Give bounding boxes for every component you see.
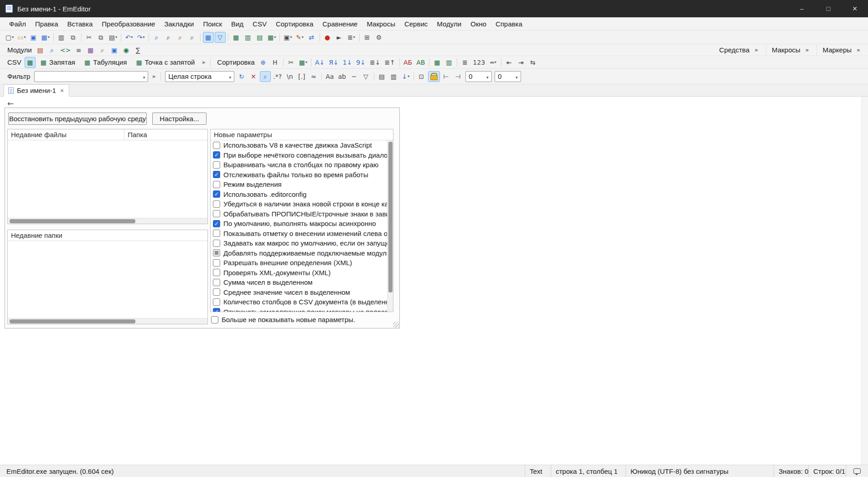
print-preview-icon[interactable]: ⧉ (68, 32, 79, 43)
filter-current-document-icon[interactable]: ▥ (388, 71, 399, 82)
checkbox[interactable] (213, 240, 220, 247)
checkbox[interactable] (213, 142, 220, 149)
delimiter-tab-button[interactable]: ▦ Табуляция (80, 57, 131, 68)
menu-item[interactable]: Сортировка (271, 18, 318, 29)
resize-grip[interactable] (393, 322, 399, 328)
restore-workspace-button[interactable]: Восстановить предыдущую рабочую среду (8, 113, 147, 125)
option-row[interactable]: Использовать .editorconfig (211, 190, 387, 200)
menu-item[interactable]: Макросы (362, 18, 400, 29)
marker-icon[interactable]: ✎ ▾ (294, 32, 305, 43)
plugin-projects-icon[interactable]: ▦ (85, 45, 96, 56)
option-row[interactable]: Использовать V8 в качестве движка JavaSc… (211, 140, 387, 150)
find-in-files-icon[interactable]: ⌕ (175, 32, 186, 43)
match-mode-select[interactable]: Целая строка (165, 71, 234, 82)
checkbox[interactable] (211, 316, 218, 323)
toolbar-group[interactable]: Макросы » (766, 44, 817, 56)
find-icon[interactable]: ⌕ (151, 32, 162, 43)
sort-text-ascending-icon[interactable]: А↓ (314, 57, 326, 68)
chevron-down-icon[interactable] (140, 72, 148, 80)
record-macro-icon[interactable]: ● (322, 32, 333, 43)
scrollbar-thumb[interactable] (388, 142, 393, 292)
scrollbar-thumb[interactable] (10, 319, 135, 323)
new-options-list[interactable]: Новые параметры Использовать V8 в качест… (210, 129, 393, 312)
menu-item[interactable]: Вставка (63, 18, 98, 29)
cut-icon[interactable]: ✂ (84, 32, 95, 43)
undo-icon[interactable]: ↶ ▾ (124, 32, 134, 43)
plugin-findbar-icon[interactable]: ⌕ (47, 45, 58, 56)
insert-row-numbers-icon[interactable]: ≣ (460, 57, 470, 68)
sort-settings-icon[interactable]: ⊕ (258, 57, 269, 68)
option-row[interactable]: Добавлять поддерживаемые подключаемые мо… (211, 248, 387, 258)
status-encoding[interactable]: Юникод (UTF-8) без сигнатуры (625, 465, 774, 477)
align-columns-icon[interactable]: ⊢ (441, 71, 452, 82)
incremental-search-icon[interactable]: ⌕ (187, 32, 198, 43)
menu-item[interactable]: Справка (491, 18, 527, 29)
csv-sort-bar-toggle-icon[interactable]: ▦ (203, 32, 214, 43)
overflow-chevron-icon[interactable]: » (854, 46, 863, 53)
filter-all-documents-icon[interactable]: ▤ (377, 71, 388, 82)
option-row[interactable]: Отслеживать файлы только во время работы (211, 170, 387, 180)
checkbox[interactable] (213, 279, 220, 286)
checkbox[interactable] (213, 259, 220, 267)
workspace-icon[interactable]: ▣ ▾ (282, 32, 293, 43)
checkbox[interactable] (213, 171, 220, 178)
open-file-icon[interactable]: ▭ ▾ (16, 32, 27, 43)
match-case-icon[interactable]: Aa (324, 71, 336, 82)
document-area[interactable]: ← Восстановить предыдущую рабочую среду … (0, 97, 868, 465)
recent-files-column-header[interactable]: Недавние файлы (8, 131, 67, 138)
compare-windows-icon[interactable]: ⊞ (362, 32, 373, 43)
compare-icon[interactable]: ⇄ (306, 32, 317, 43)
customize-button[interactable]: Настройка... (152, 113, 207, 125)
toolbar-group[interactable]: Маркеры » (816, 44, 868, 56)
option-row[interactable]: Количество столбцов в CSV документа (в в… (211, 297, 387, 307)
checkbox[interactable] (213, 269, 220, 276)
save-all-icon[interactable]: ▦ ▾ (40, 32, 51, 43)
menu-item[interactable]: Модули (432, 18, 466, 29)
csv-semicolon-icon[interactable]: ▤ (254, 32, 265, 43)
clear-filter-icon[interactable]: ✕ (248, 71, 259, 82)
delimiter-comma-button[interactable]: ▦ Запятая (36, 57, 79, 68)
status-line-count[interactable]: Строк: 0/1 (808, 465, 846, 477)
recent-files-list[interactable]: Недавние файлы Папка (7, 129, 208, 224)
overflow-chevron-icon[interactable]: » (752, 46, 760, 53)
csv-current-mode-icon[interactable]: ▦ (25, 57, 36, 68)
regex-icon[interactable]: .*? (272, 71, 284, 82)
folder-column-header[interactable]: Папка (124, 129, 147, 140)
csv-comma-icon[interactable]: ▦ (231, 32, 242, 43)
options-vscrollbar[interactable] (387, 140, 393, 312)
print-icon[interactable]: ▥ (56, 32, 67, 43)
chevron-down-icon[interactable] (513, 72, 521, 80)
checkbox[interactable] (213, 190, 220, 198)
toolbar-group[interactable]: Средства » (714, 44, 766, 56)
heading-rows-icon[interactable]: H (270, 57, 281, 68)
plugin-outline-icon[interactable]: ≡ (73, 45, 84, 56)
filter-bar-toggle-icon[interactable]: ▽ (215, 32, 226, 43)
option-row[interactable]: Обрабатывать ПРОПИСНЫЕ/строчные знаки в … (211, 209, 387, 219)
delete-duplicates-icon[interactable]: АБ (402, 57, 414, 68)
csv-options-icon[interactable]: ▦ ▾ (266, 32, 277, 43)
negative-filter-icon[interactable]: ─ (349, 71, 360, 82)
new-file-icon[interactable]: ▢ ▾ (4, 32, 15, 43)
chevron-down-icon[interactable] (484, 72, 491, 80)
recent-folders-list[interactable]: Недавние папки (7, 230, 208, 324)
filter-input[interactable] (34, 71, 148, 82)
dont-show-option[interactable]: Больше не показывать новые параметры. (211, 316, 355, 323)
option-row[interactable]: Разрешать внешние определения (XML) (211, 258, 387, 268)
option-row[interactable]: Режим выделения (211, 180, 387, 190)
close-button[interactable]: ✕ (842, 0, 868, 17)
escape-sequence-icon[interactable]: \n (284, 71, 295, 82)
minimize-button[interactable]: – (789, 0, 815, 17)
status-feedback[interactable] (846, 465, 868, 477)
menu-item[interactable]: Сервис (400, 18, 432, 29)
paste-icon[interactable]: ▤ ▾ (108, 32, 119, 43)
menu-item[interactable]: Файл (5, 18, 31, 29)
indent-right-icon[interactable]: ⇥ (516, 57, 527, 68)
filter-overflow-chevron-icon[interactable]: » (150, 73, 158, 80)
checkbox[interactable] (213, 181, 220, 188)
indent-left-icon[interactable]: ⇤ (504, 57, 515, 68)
redo-icon[interactable]: ↷ ▾ (135, 32, 146, 43)
recent-folders-column-header[interactable]: Недавние папки (8, 231, 62, 239)
plugin-wordcount-icon[interactable]: ∑ (133, 45, 144, 56)
wrap-column-icon[interactable]: ⇆ (527, 57, 538, 68)
checkbox[interactable] (213, 220, 220, 227)
